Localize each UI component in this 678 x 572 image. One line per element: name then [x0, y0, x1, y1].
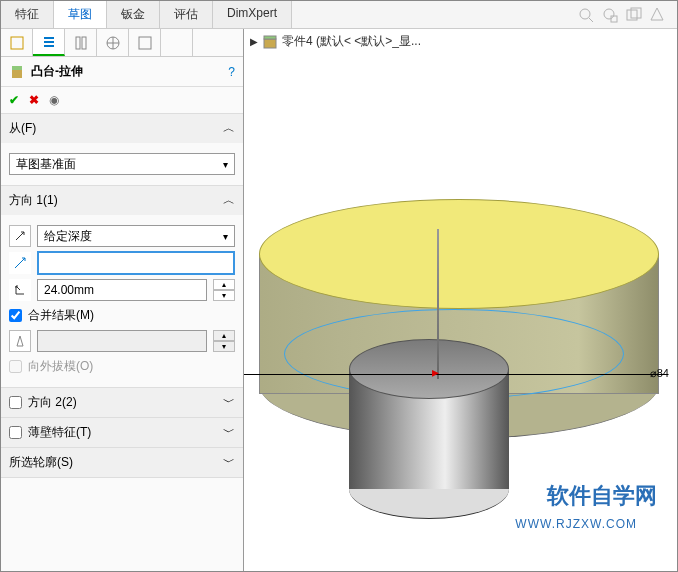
svg-rect-17 [12, 66, 22, 70]
watermark-url: WWW.RJZXW.COM [515, 517, 637, 531]
feature-tree-crumb[interactable]: ▶ 零件4 (默认< <默认>_显... [250, 33, 421, 50]
chevron-down-icon: ﹀ [223, 424, 235, 441]
graphics-viewport[interactable]: ▶ 零件4 (默认< <默认>_显... ▸ ⌀84 软件自学网 WWW.RJZ… [244, 29, 677, 571]
section-dir1-header[interactable]: 方向 1(1) ︿ [1, 186, 243, 215]
ptab-config[interactable] [65, 29, 97, 56]
panel-tabs [1, 29, 243, 57]
tab-feature[interactable]: 特征 [1, 1, 54, 28]
vertical-axis [437, 229, 439, 379]
expand-tree-icon[interactable]: ▶ [250, 36, 258, 47]
svg-point-0 [580, 9, 590, 19]
svg-rect-6 [11, 37, 23, 49]
confirm-bar: ✔ ✖ ◉ [1, 87, 243, 114]
extrude-boss-icon [9, 64, 25, 80]
chevron-up-icon: ︿ [223, 120, 235, 137]
dir2-checkbox[interactable] [9, 396, 22, 409]
svg-rect-16 [12, 70, 22, 78]
tab-sketch[interactable]: 草图 [54, 1, 107, 28]
svg-point-2 [604, 9, 614, 19]
svg-rect-7 [44, 37, 54, 39]
help-icon[interactable]: ? [228, 65, 235, 79]
svg-rect-9 [44, 45, 54, 47]
ptab-feature-tree[interactable] [1, 29, 33, 56]
watermark-text: 软件自学网 [547, 481, 657, 511]
part-icon [262, 34, 278, 50]
preview-icon[interactable]: ◉ [49, 93, 59, 107]
depth-icon [9, 279, 31, 301]
svg-rect-8 [44, 41, 54, 43]
draft-outward-checkbox: 向外拔模(O) [9, 358, 235, 375]
top-tabbar: 特征 草图 钣金 评估 DimXpert [1, 1, 677, 29]
direction-vector-icon[interactable] [9, 252, 31, 274]
tab-sheetmetal[interactable]: 钣金 [107, 1, 160, 28]
thin-checkbox[interactable] [9, 426, 22, 439]
property-manager: 凸台-拉伸 ? ✔ ✖ ◉ 从(F) ︿ 草图基准面▾ [1, 29, 244, 571]
direction-reference-input[interactable] [37, 251, 235, 275]
draft-spin-up: ▴ [213, 330, 235, 341]
section-contour-header[interactable]: 所选轮廓(S) ﹀ [1, 448, 243, 477]
merge-result-checkbox[interactable]: 合并结果(M) [9, 307, 235, 324]
svg-rect-18 [264, 39, 276, 48]
tab-dimxpert[interactable]: DimXpert [213, 1, 292, 28]
section-dir2-header[interactable]: 方向 2(2) ﹀ [1, 388, 243, 417]
from-dropdown[interactable]: 草图基准面▾ [9, 153, 235, 175]
chevron-down-icon: ﹀ [223, 454, 235, 471]
draft-spin-down: ▾ [213, 341, 235, 352]
horizontal-axis [244, 374, 664, 375]
depth-spin-up[interactable]: ▴ [213, 279, 235, 290]
feature-name: 凸台-拉伸 [31, 63, 83, 80]
ptab-extra[interactable] [161, 29, 193, 56]
svg-rect-19 [264, 36, 276, 39]
tab-evaluate[interactable]: 评估 [160, 1, 213, 28]
prev-view-icon[interactable] [625, 6, 643, 24]
ptab-property[interactable] [33, 29, 65, 56]
depth-input[interactable] [37, 279, 207, 301]
end-condition-dropdown[interactable]: 给定深度▾ [37, 225, 235, 247]
section-view-icon[interactable] [649, 6, 667, 24]
svg-rect-15 [139, 37, 151, 49]
ptab-display[interactable] [129, 29, 161, 56]
chevron-down-icon: ﹀ [223, 394, 235, 411]
draft-angle-input [37, 330, 207, 352]
view-tools [567, 1, 677, 28]
origin-triad: ▸ [432, 364, 439, 380]
draft-button[interactable] [9, 330, 31, 352]
svg-line-1 [589, 18, 593, 22]
section-dir1-label: 方向 1(1) [9, 192, 58, 209]
svg-rect-11 [82, 37, 86, 49]
section-from-header[interactable]: 从(F) ︿ [1, 114, 243, 143]
ptab-dimension[interactable] [97, 29, 129, 56]
chevron-up-icon: ︿ [223, 192, 235, 209]
small-cylinder-model [344, 339, 514, 519]
zoom-area-icon[interactable] [601, 6, 619, 24]
depth-spin-down[interactable]: ▾ [213, 290, 235, 301]
section-thin-header[interactable]: 薄壁特征(T) ﹀ [1, 418, 243, 447]
reverse-direction-button[interactable] [9, 225, 31, 247]
svg-rect-10 [76, 37, 80, 49]
feature-title-bar: 凸台-拉伸 ? [1, 57, 243, 87]
section-from-label: 从(F) [9, 120, 36, 137]
ok-button[interactable]: ✔ [9, 93, 19, 107]
cancel-button[interactable]: ✖ [29, 93, 39, 107]
svg-rect-3 [611, 16, 617, 22]
zoom-fit-icon[interactable] [577, 6, 595, 24]
diameter-dimension[interactable]: ⌀84 [650, 367, 669, 380]
